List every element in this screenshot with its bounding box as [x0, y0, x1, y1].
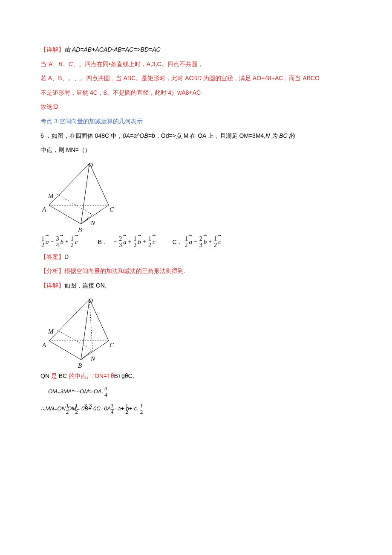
oB3n: 1 — [147, 236, 152, 242]
tetrahedron-figure-1: O M A C N B — [40, 159, 115, 232]
detail2-text: 如图，连接 ON, — [64, 282, 107, 289]
optC-label: C． — [171, 238, 184, 246]
optC-vec-a: a — [188, 238, 193, 246]
optA-frac1: 12 — [40, 236, 45, 248]
optB-neg: − — [112, 238, 118, 246]
oA3d: 2 — [70, 242, 75, 248]
oB1d: 3 — [118, 242, 123, 248]
mnr1t: 3 — [111, 403, 114, 409]
mnr1b: 4 — [111, 409, 114, 415]
optA-frac3: 12 — [70, 236, 75, 248]
qn-d: 的中点, ∵ON=Tθ — [69, 372, 114, 379]
mnr2b: 2 — [125, 409, 128, 415]
mnf4t: 3 — [89, 403, 92, 409]
answer-line: 【答案】D — [40, 250, 352, 264]
oA1d: 2 — [40, 242, 45, 248]
qn-a: QN — [40, 372, 51, 379]
optB-vec-c: c — [152, 238, 156, 246]
detail-line-2: 当"A、B、C、。四点在同•条直线上时，A,3,C。四点不共圆， — [40, 57, 352, 72]
fig2-label-M: M — [48, 324, 54, 339]
optC-vec-b: b — [203, 238, 208, 246]
oC1d: 2 — [184, 242, 188, 248]
mnr3t: 1 — [140, 403, 143, 409]
mn-mid-fracs: 12 12 33 33 — [12, 403, 92, 415]
qn-f: C, — [128, 372, 134, 379]
analysis-line: 【分析】根据空间向量的加法和减法的三角形法则得到. — [40, 264, 352, 279]
optA-plus: + — [64, 238, 70, 246]
fig1-label-A: A — [42, 202, 46, 217]
q6-num: 6 — [40, 132, 44, 139]
optB-vec-a: a — [123, 238, 127, 246]
fig2-label-O: O — [88, 293, 93, 308]
optB-plus2: + — [141, 238, 147, 246]
oA2d: 4 — [55, 242, 60, 248]
optA-vec-c: c — [75, 238, 78, 246]
topic-heading: 考点 3:空间向量的加减运算的几何表示 — [40, 114, 352, 129]
oC2n: 2 — [199, 236, 203, 242]
mnf1: 12 — [66, 403, 69, 415]
qn-line: QN 是 BC 的中点, ∵ON=TθB+gθC, — [40, 369, 352, 384]
detail-line-1: 【详解】由 AD=AB+ACAD-AB=AC=>BD=AC — [40, 43, 352, 57]
optC-frac1: 12 — [184, 236, 188, 248]
mnf2b: 2 — [75, 409, 78, 415]
svg-line-8 — [57, 330, 92, 350]
q6-stem-c: ，Od=>点 M 在 OA 上，且满足 OM=3M4, — [155, 132, 265, 139]
mnf4: 33 — [89, 403, 92, 415]
mnf1t: 1 — [66, 403, 69, 409]
svg-line-3 — [57, 194, 92, 215]
detail-line-4: 不是矩形时，显然 4C，8。不是圆的直径，此时 4）wA8+AC· — [40, 86, 352, 100]
oC3n: 1 — [213, 236, 218, 242]
qn-b: 是 — [51, 372, 57, 379]
optC-vec-c: c — [218, 238, 222, 246]
oB3d: 2 — [147, 242, 152, 248]
q6-stem-d: N 为 BC 的 — [265, 132, 295, 139]
fig2-label-C: C — [110, 337, 114, 353]
fig1-label-B: B — [78, 222, 82, 238]
mnr2: 12 — [125, 403, 128, 415]
analysis-label: 【分析】 — [40, 267, 64, 274]
fig1-label-C: C — [110, 202, 114, 217]
optA-frac2: 34 — [55, 236, 60, 248]
qn-c: BC — [57, 372, 69, 379]
detail-label: 【详解】 — [40, 46, 64, 53]
mnf3t: 3 — [84, 403, 87, 409]
om-b: 4 — [104, 392, 107, 398]
optB-label: B． — [93, 238, 112, 246]
om-line: OM=3MA^---OM≈-OA, 34 — [48, 383, 352, 400]
fig1-label-O: O — [88, 157, 93, 173]
mnf1b: 2 — [66, 409, 69, 415]
oA3n: 1 — [70, 236, 75, 242]
d2c: 、 — [63, 61, 69, 67]
choice-line: 故选:D — [40, 100, 352, 114]
oC1n: 1 — [184, 236, 188, 242]
detail-1-text: 由 AD=AB+ACAD-AB=AC=>BD=AC — [64, 46, 161, 53]
detail2-label: 【详解】 — [40, 282, 64, 289]
mnr3: 12 — [140, 403, 143, 415]
mnr2t: 1 — [125, 403, 128, 409]
mnr3b: 2 — [140, 409, 143, 415]
d2b: B — [58, 61, 62, 67]
q6-stem-a: ．如图，在四面体 048C 中， — [44, 132, 123, 139]
fig2-label-N: N — [91, 351, 95, 366]
oB1n: 2 — [118, 236, 123, 242]
mnf2t: 1 — [75, 403, 78, 409]
optC-plus: + — [207, 238, 213, 246]
optB-plus1: + — [127, 238, 133, 246]
q6-stem-line1: 6 ．如图，在四面体 048C 中，0A=a^OB=b，Od=>点 M 在 OA… — [40, 129, 352, 143]
qn-e: B+gθ — [114, 372, 128, 379]
q6-stem-line2: 中点，则 MN=（） — [40, 143, 352, 157]
mn-line: ∴.MN=ON-OM=-0B+-0C--0Λ=--a+-b+-c. 12 12 … — [40, 400, 352, 417]
fig1-label-M: M — [48, 188, 54, 203]
d2e: 、。四点在同•条直线上时，A,3,C。四点不共圆， — [73, 61, 203, 67]
oC3d: 2 — [213, 242, 218, 248]
d2a: 当"A、 — [40, 61, 58, 67]
q6-stem-b: 0A=a^OB=b — [123, 132, 155, 139]
optB-frac2: 12 — [133, 236, 138, 248]
om-text: OM=3MA^---OM≈-OA, — [48, 388, 103, 395]
optC-frac2: 23 — [199, 236, 203, 248]
options-row: 12a−34b+12c B．−23a+12b+12c C．12a−23b+12c — [40, 233, 352, 250]
answer-label: 【答案】 — [40, 253, 64, 260]
mnf2: 12 — [75, 403, 78, 415]
oA1n: 1 — [40, 236, 45, 242]
optA-minus: − — [49, 238, 55, 246]
